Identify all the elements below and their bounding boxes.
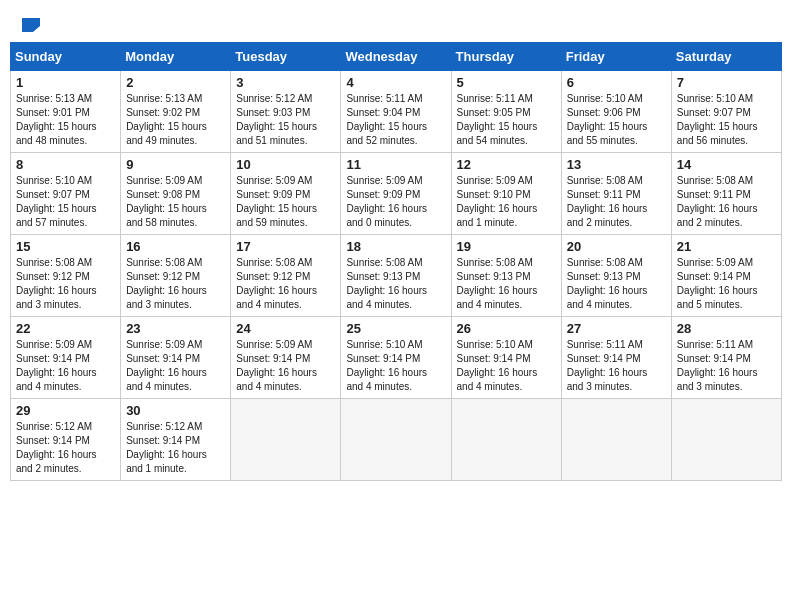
calendar-cell: 18Sunrise: 5:08 AM Sunset: 9:13 PM Dayli…	[341, 235, 451, 317]
day-info: Sunrise: 5:09 AM Sunset: 9:14 PM Dayligh…	[16, 338, 115, 394]
day-info: Sunrise: 5:13 AM Sunset: 9:01 PM Dayligh…	[16, 92, 115, 148]
calendar-cell: 19Sunrise: 5:08 AM Sunset: 9:13 PM Dayli…	[451, 235, 561, 317]
weekday-header-friday: Friday	[561, 43, 671, 71]
day-info: Sunrise: 5:12 AM Sunset: 9:14 PM Dayligh…	[16, 420, 115, 476]
day-info: Sunrise: 5:08 AM Sunset: 9:11 PM Dayligh…	[677, 174, 776, 230]
day-number: 7	[677, 75, 776, 90]
day-number: 26	[457, 321, 556, 336]
calendar-cell: 14Sunrise: 5:08 AM Sunset: 9:11 PM Dayli…	[671, 153, 781, 235]
day-info: Sunrise: 5:11 AM Sunset: 9:14 PM Dayligh…	[677, 338, 776, 394]
calendar-cell: 9Sunrise: 5:09 AM Sunset: 9:08 PM Daylig…	[121, 153, 231, 235]
day-number: 1	[16, 75, 115, 90]
weekday-header-row: SundayMondayTuesdayWednesdayThursdayFrid…	[11, 43, 782, 71]
day-info: Sunrise: 5:10 AM Sunset: 9:07 PM Dayligh…	[16, 174, 115, 230]
calendar-cell: 7Sunrise: 5:10 AM Sunset: 9:07 PM Daylig…	[671, 71, 781, 153]
day-number: 4	[346, 75, 445, 90]
day-number: 9	[126, 157, 225, 172]
calendar-row-1: 1Sunrise: 5:13 AM Sunset: 9:01 PM Daylig…	[11, 71, 782, 153]
calendar-cell: 30Sunrise: 5:12 AM Sunset: 9:14 PM Dayli…	[121, 399, 231, 481]
weekday-header-tuesday: Tuesday	[231, 43, 341, 71]
day-info: Sunrise: 5:08 AM Sunset: 9:13 PM Dayligh…	[457, 256, 556, 312]
day-number: 16	[126, 239, 225, 254]
day-number: 11	[346, 157, 445, 172]
day-number: 13	[567, 157, 666, 172]
calendar-cell	[561, 399, 671, 481]
calendar-cell: 23Sunrise: 5:09 AM Sunset: 9:14 PM Dayli…	[121, 317, 231, 399]
calendar-cell: 5Sunrise: 5:11 AM Sunset: 9:05 PM Daylig…	[451, 71, 561, 153]
calendar-cell: 28Sunrise: 5:11 AM Sunset: 9:14 PM Dayli…	[671, 317, 781, 399]
calendar-cell: 10Sunrise: 5:09 AM Sunset: 9:09 PM Dayli…	[231, 153, 341, 235]
weekday-header-sunday: Sunday	[11, 43, 121, 71]
calendar-cell: 12Sunrise: 5:09 AM Sunset: 9:10 PM Dayli…	[451, 153, 561, 235]
day-number: 14	[677, 157, 776, 172]
calendar-cell	[231, 399, 341, 481]
calendar-cell: 11Sunrise: 5:09 AM Sunset: 9:09 PM Dayli…	[341, 153, 451, 235]
day-info: Sunrise: 5:12 AM Sunset: 9:03 PM Dayligh…	[236, 92, 335, 148]
calendar-cell: 4Sunrise: 5:11 AM Sunset: 9:04 PM Daylig…	[341, 71, 451, 153]
day-number: 25	[346, 321, 445, 336]
calendar-cell	[451, 399, 561, 481]
weekday-header-saturday: Saturday	[671, 43, 781, 71]
calendar-cell: 16Sunrise: 5:08 AM Sunset: 9:12 PM Dayli…	[121, 235, 231, 317]
day-info: Sunrise: 5:08 AM Sunset: 9:12 PM Dayligh…	[16, 256, 115, 312]
day-info: Sunrise: 5:12 AM Sunset: 9:14 PM Dayligh…	[126, 420, 225, 476]
day-info: Sunrise: 5:10 AM Sunset: 9:07 PM Dayligh…	[677, 92, 776, 148]
weekday-header-wednesday: Wednesday	[341, 43, 451, 71]
calendar-cell: 26Sunrise: 5:10 AM Sunset: 9:14 PM Dayli…	[451, 317, 561, 399]
day-info: Sunrise: 5:08 AM Sunset: 9:12 PM Dayligh…	[236, 256, 335, 312]
day-info: Sunrise: 5:10 AM Sunset: 9:14 PM Dayligh…	[346, 338, 445, 394]
day-info: Sunrise: 5:09 AM Sunset: 9:08 PM Dayligh…	[126, 174, 225, 230]
day-number: 6	[567, 75, 666, 90]
day-number: 29	[16, 403, 115, 418]
day-info: Sunrise: 5:08 AM Sunset: 9:11 PM Dayligh…	[567, 174, 666, 230]
calendar-cell: 8Sunrise: 5:10 AM Sunset: 9:07 PM Daylig…	[11, 153, 121, 235]
day-number: 27	[567, 321, 666, 336]
day-info: Sunrise: 5:09 AM Sunset: 9:09 PM Dayligh…	[236, 174, 335, 230]
calendar-cell: 22Sunrise: 5:09 AM Sunset: 9:14 PM Dayli…	[11, 317, 121, 399]
day-info: Sunrise: 5:11 AM Sunset: 9:05 PM Dayligh…	[457, 92, 556, 148]
day-info: Sunrise: 5:11 AM Sunset: 9:14 PM Dayligh…	[567, 338, 666, 394]
calendar-row-5: 29Sunrise: 5:12 AM Sunset: 9:14 PM Dayli…	[11, 399, 782, 481]
calendar-cell: 15Sunrise: 5:08 AM Sunset: 9:12 PM Dayli…	[11, 235, 121, 317]
calendar-row-3: 15Sunrise: 5:08 AM Sunset: 9:12 PM Dayli…	[11, 235, 782, 317]
day-number: 24	[236, 321, 335, 336]
day-number: 21	[677, 239, 776, 254]
header	[10, 10, 782, 38]
calendar-cell: 1Sunrise: 5:13 AM Sunset: 9:01 PM Daylig…	[11, 71, 121, 153]
day-info: Sunrise: 5:09 AM Sunset: 9:10 PM Dayligh…	[457, 174, 556, 230]
day-number: 12	[457, 157, 556, 172]
day-info: Sunrise: 5:10 AM Sunset: 9:14 PM Dayligh…	[457, 338, 556, 394]
calendar-cell: 27Sunrise: 5:11 AM Sunset: 9:14 PM Dayli…	[561, 317, 671, 399]
calendar-cell: 20Sunrise: 5:08 AM Sunset: 9:13 PM Dayli…	[561, 235, 671, 317]
calendar-table: SundayMondayTuesdayWednesdayThursdayFrid…	[10, 42, 782, 481]
calendar-cell: 29Sunrise: 5:12 AM Sunset: 9:14 PM Dayli…	[11, 399, 121, 481]
day-number: 5	[457, 75, 556, 90]
calendar-cell: 2Sunrise: 5:13 AM Sunset: 9:02 PM Daylig…	[121, 71, 231, 153]
day-number: 3	[236, 75, 335, 90]
day-info: Sunrise: 5:09 AM Sunset: 9:14 PM Dayligh…	[236, 338, 335, 394]
day-number: 18	[346, 239, 445, 254]
calendar-cell	[671, 399, 781, 481]
day-info: Sunrise: 5:13 AM Sunset: 9:02 PM Dayligh…	[126, 92, 225, 148]
day-number: 10	[236, 157, 335, 172]
calendar-cell: 25Sunrise: 5:10 AM Sunset: 9:14 PM Dayli…	[341, 317, 451, 399]
day-number: 8	[16, 157, 115, 172]
calendar-row-4: 22Sunrise: 5:09 AM Sunset: 9:14 PM Dayli…	[11, 317, 782, 399]
day-info: Sunrise: 5:09 AM Sunset: 9:09 PM Dayligh…	[346, 174, 445, 230]
day-number: 17	[236, 239, 335, 254]
calendar-cell: 3Sunrise: 5:12 AM Sunset: 9:03 PM Daylig…	[231, 71, 341, 153]
day-info: Sunrise: 5:11 AM Sunset: 9:04 PM Dayligh…	[346, 92, 445, 148]
day-info: Sunrise: 5:09 AM Sunset: 9:14 PM Dayligh…	[126, 338, 225, 394]
day-info: Sunrise: 5:08 AM Sunset: 9:13 PM Dayligh…	[346, 256, 445, 312]
calendar-cell: 21Sunrise: 5:09 AM Sunset: 9:14 PM Dayli…	[671, 235, 781, 317]
weekday-header-monday: Monday	[121, 43, 231, 71]
calendar-cell: 13Sunrise: 5:08 AM Sunset: 9:11 PM Dayli…	[561, 153, 671, 235]
logo-icon	[22, 18, 40, 32]
calendar-cell: 24Sunrise: 5:09 AM Sunset: 9:14 PM Dayli…	[231, 317, 341, 399]
day-number: 19	[457, 239, 556, 254]
day-number: 23	[126, 321, 225, 336]
day-number: 22	[16, 321, 115, 336]
day-number: 28	[677, 321, 776, 336]
calendar-cell: 17Sunrise: 5:08 AM Sunset: 9:12 PM Dayli…	[231, 235, 341, 317]
day-number: 30	[126, 403, 225, 418]
